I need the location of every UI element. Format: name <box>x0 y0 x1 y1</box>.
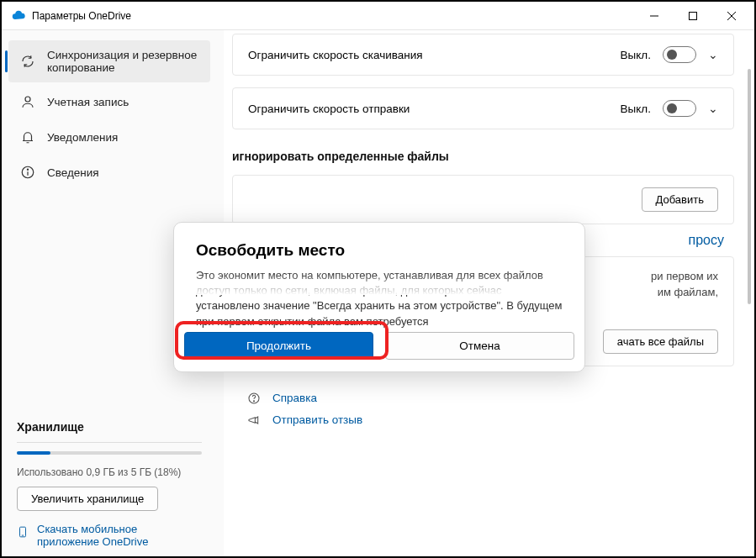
feedback-label: Отправить отзыв <box>272 413 362 426</box>
add-button[interactable]: Добавить <box>642 187 718 212</box>
help-label: Справка <box>272 392 317 404</box>
download-mobile-link[interactable]: Скачать мобильное приложение OneDrive <box>17 523 202 548</box>
person-icon <box>20 94 35 109</box>
toggle-upload-limit[interactable] <box>663 100 696 117</box>
help-icon <box>247 392 262 405</box>
cancel-button[interactable]: Отмена <box>385 332 574 360</box>
svg-point-11 <box>253 400 254 401</box>
storage-bar <box>17 451 202 455</box>
sidebar-item-sync-backup[interactable]: Синхронизация и резервное копирование <box>8 40 210 82</box>
info-icon <box>20 165 35 180</box>
window-titlebar: Параметры OneDrive <box>2 2 754 30</box>
storage-title: Хранилище <box>17 420 202 443</box>
sync-icon <box>20 54 35 69</box>
window-title: Параметры OneDrive <box>32 10 131 22</box>
setting-download-limit[interactable]: Ограничить скорость скачивания Выкл. ⌄ <box>232 34 734 76</box>
scrollbar-thumb[interactable] <box>748 69 751 304</box>
feedback-link[interactable]: Отправить отзыв <box>232 413 734 427</box>
sidebar-item-label: Учетная запись <box>47 96 129 108</box>
sidebar-item-about[interactable]: Сведения <box>8 156 210 188</box>
maximize-button[interactable] <box>674 3 712 29</box>
onedrive-cloud-icon <box>12 9 25 23</box>
setting-label: Ограничить скорость отправки <box>248 103 410 115</box>
close-button[interactable] <box>712 3 751 29</box>
ignore-files-box: Добавить <box>232 175 734 224</box>
scrollbar[interactable] <box>748 69 751 551</box>
chevron-down-icon: ⌄ <box>708 48 718 61</box>
download-all-button[interactable]: ачать все файлы <box>603 329 718 354</box>
svg-rect-1 <box>690 12 697 19</box>
ignore-files-title: игнорировать определенные файлы <box>232 150 734 163</box>
minimize-button[interactable] <box>635 3 674 29</box>
sidebar-item-label: Синхронизация и резервное копирование <box>47 49 198 74</box>
storage-bar-fill <box>17 451 50 455</box>
svg-point-4 <box>25 97 30 102</box>
sidebar-item-label: Уведомления <box>47 131 118 144</box>
free-up-space-dialog: Освободить место Это экономит место на к… <box>173 222 585 372</box>
phone-icon <box>17 524 29 540</box>
setting-upload-limit[interactable]: Ограничить скорость отправки Выкл. ⌄ <box>232 87 734 129</box>
help-link[interactable]: Справка <box>232 392 734 405</box>
storage-used-text: Использовано 0,9 ГБ из 5 ГБ (18%) <box>17 466 202 478</box>
toggle-state: Выкл. <box>621 49 651 61</box>
svg-point-7 <box>27 169 28 170</box>
bell-icon <box>20 129 35 145</box>
sidebar-item-label: Сведения <box>47 166 99 179</box>
increase-storage-button[interactable]: Увеличить хранилище <box>17 487 158 511</box>
storage-panel: Хранилище Использовано 0,9 ГБ из 5 ГБ (1… <box>2 420 217 548</box>
setting-label: Ограничить скорость скачивания <box>248 49 423 61</box>
dialog-fade <box>174 273 584 295</box>
sidebar-item-account[interactable]: Учетная запись <box>8 86 210 118</box>
toggle-download-limit[interactable] <box>663 46 696 63</box>
chevron-down-icon: ⌄ <box>708 102 718 115</box>
on-demand-link[interactable]: просу <box>689 233 724 247</box>
sidebar-item-notifications[interactable]: Уведомления <box>8 121 210 153</box>
window-controls <box>635 3 751 29</box>
mobile-link-label: Скачать мобильное приложение OneDrive <box>37 523 202 548</box>
dialog-title: Освободить место <box>196 241 563 260</box>
megaphone-icon <box>247 413 262 427</box>
continue-button[interactable]: Продолжить <box>184 332 373 360</box>
toggle-state: Выкл. <box>621 103 651 115</box>
